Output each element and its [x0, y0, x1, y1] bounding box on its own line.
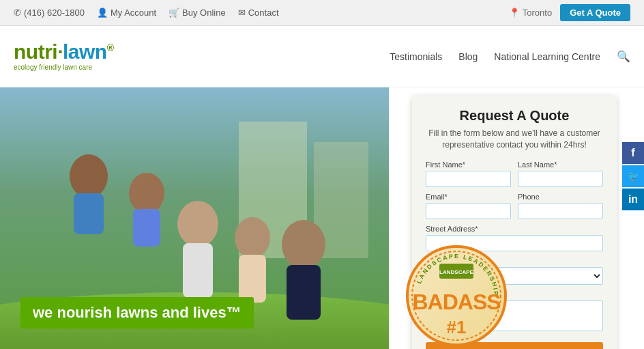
svg-text:#1: #1: [447, 317, 467, 337]
contact-row: Email* Phone: [426, 193, 603, 219]
first-name-input[interactable]: [426, 171, 511, 187]
name-row: First Name* Last Name*: [426, 160, 603, 187]
email-label: Email*: [426, 193, 511, 201]
street-label: Street Address*: [426, 225, 603, 233]
svg-point-12: [282, 220, 325, 269]
svg-point-6: [129, 173, 164, 214]
phone-field: Phone: [518, 193, 603, 219]
linkedin-icon: in: [628, 193, 638, 206]
get-quote-button[interactable]: Get A Quote: [560, 4, 630, 21]
twitter-button[interactable]: 🐦: [622, 165, 644, 187]
contact-label: Contact: [248, 8, 279, 18]
header: nutri·lawn® ecology friendly lawn care T…: [0, 26, 644, 87]
svg-rect-5: [74, 193, 104, 234]
last-name-label: Last Name*: [518, 160, 603, 169]
logo-brand[interactable]: nutri·lawn® ecology friendly lawn care: [14, 42, 390, 71]
logo-nutri: nutri: [14, 40, 57, 63]
linkedin-button[interactable]: in: [622, 189, 644, 210]
location-text: Toronto: [523, 8, 552, 18]
logo-name: nutri·lawn®: [14, 42, 390, 62]
nav-blog[interactable]: Blog: [458, 51, 478, 62]
logo-lawn: lawn: [63, 40, 107, 63]
my-account-link[interactable]: 👤 My Account: [97, 8, 156, 18]
svg-rect-7: [133, 209, 160, 247]
main-nav: Testimonials Blog National Learning Cent…: [390, 50, 630, 63]
svg-rect-13: [287, 265, 321, 320]
hero-tagline-text: we nourish lawns and lives™: [33, 304, 241, 321]
top-bar: ✆ (416) 620-1800 👤 My Account 🛒 Buy Onli…: [0, 0, 644, 26]
svg-point-4: [70, 154, 108, 198]
first-name-field: First Name*: [426, 160, 511, 187]
svg-text:BADASS: BADASS: [412, 290, 501, 314]
location-item: 📍 Toronto: [509, 8, 552, 18]
first-name-label: First Name*: [426, 160, 511, 169]
location-pin-icon: 📍: [509, 8, 520, 18]
logo-tagline: ecology friendly lawn care: [14, 64, 390, 71]
cart-icon: 🛒: [169, 8, 179, 18]
hero-tagline: we nourish lawns and lives™: [20, 297, 254, 329]
buy-online-link[interactable]: 🛒 Buy Online: [169, 8, 226, 18]
last-name-field: Last Name*: [518, 160, 603, 187]
email-input[interactable]: [426, 203, 511, 219]
svg-point-8: [177, 201, 218, 247]
phone-link[interactable]: ✆ (416) 620-1800: [14, 8, 85, 18]
logo-area: nutri·lawn® ecology friendly lawn care: [14, 42, 390, 71]
phone-input[interactable]: [518, 203, 603, 219]
facebook-button[interactable]: f: [622, 142, 644, 164]
main-content: we nourish lawns and lives™ f 🐦 in Reque…: [0, 87, 644, 349]
badass-stamp: LANDSCAPE LEADERSHIP BADASS #1 LANDSCAPE: [405, 245, 508, 347]
logo-registered: ®: [107, 42, 114, 53]
svg-point-10: [235, 217, 270, 258]
svg-text:LANDSCAPE: LANDSCAPE: [439, 269, 473, 275]
facebook-icon: f: [631, 147, 634, 159]
top-bar-right: 📍 Toronto Get A Quote: [509, 4, 630, 21]
contact-link[interactable]: ✉ Contact: [238, 8, 279, 18]
buy-online-label: Buy Online: [182, 8, 226, 18]
svg-rect-9: [183, 243, 213, 298]
form-title: Request A Quote: [426, 108, 603, 124]
phone-number: (416) 620-1800: [24, 8, 85, 18]
twitter-icon: 🐦: [628, 171, 639, 182]
nav-learning-centre[interactable]: National Learning Centre: [494, 51, 600, 62]
form-subtitle: Fill in the form below and we'll have a …: [426, 128, 603, 151]
logo-dash: ·: [57, 40, 63, 63]
phone-icon: ✆: [14, 8, 21, 18]
my-account-label: My Account: [111, 8, 156, 18]
account-icon: 👤: [97, 8, 108, 18]
mail-icon: ✉: [238, 8, 246, 18]
search-icon[interactable]: 🔍: [617, 50, 630, 63]
top-bar-left: ✆ (416) 620-1800 👤 My Account 🛒 Buy Onli…: [14, 8, 509, 18]
nav-testimonials[interactable]: Testimonials: [390, 51, 442, 62]
email-field: Email*: [426, 193, 511, 219]
badass-stamp-svg: LANDSCAPE LEADERSHIP BADASS #1 LANDSCAPE: [405, 245, 508, 347]
phone-label: Phone: [518, 193, 603, 201]
last-name-input[interactable]: [518, 171, 603, 187]
svg-rect-11: [239, 255, 266, 303]
social-sidebar: f 🐦 in: [622, 142, 644, 210]
